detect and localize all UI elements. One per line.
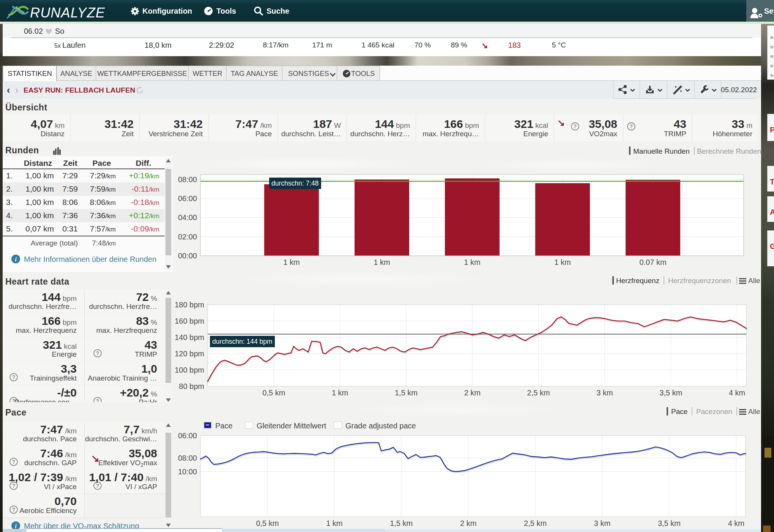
svg-text:1,5 km: 1,5 km — [390, 519, 413, 527]
svg-text:00:00: 00:00 — [178, 252, 197, 260]
svg-text:180 bpm: 180 bpm — [175, 301, 204, 309]
svg-text:08:00: 08:00 — [178, 454, 197, 462]
svg-text:?: ? — [96, 398, 99, 402]
svg-text:06:00: 06:00 — [178, 431, 197, 440]
svg-text:i: i — [15, 256, 17, 263]
svg-text:2 km: 2 km — [460, 519, 476, 527]
svg-text:3,5 km: 3,5 km — [658, 519, 681, 527]
svg-text:2,5 km: 2,5 km — [527, 389, 550, 397]
svg-text:4 km: 4 km — [728, 519, 744, 527]
svg-text:0,5 km: 0,5 km — [262, 389, 285, 397]
svg-text:?: ? — [12, 459, 16, 465]
svg-text:06:00: 06:00 — [178, 194, 197, 203]
svg-text:160 bpm: 160 bpm — [175, 317, 204, 325]
svg-text:1 km: 1 km — [464, 258, 480, 266]
svg-text:80 bpm: 80 bpm — [179, 382, 204, 390]
svg-text:140 bpm: 140 bpm — [175, 333, 204, 342]
svg-text:?: ? — [12, 507, 16, 513]
svg-text:2 km: 2 km — [464, 389, 481, 397]
svg-text:1 km: 1 km — [283, 258, 300, 266]
svg-text:100 bpm: 100 bpm — [175, 366, 204, 374]
svg-text:0.07 km: 0.07 km — [639, 258, 666, 266]
svg-text:1,5 km: 1,5 km — [395, 389, 418, 397]
svg-text:1 km: 1 km — [374, 258, 390, 266]
svg-text:?: ? — [630, 123, 633, 129]
svg-text:?: ? — [96, 350, 99, 356]
svg-text:?: ? — [574, 123, 577, 129]
svg-text:1 km: 1 km — [332, 389, 348, 397]
svg-text:120 bpm: 120 bpm — [175, 349, 204, 358]
svg-text:3,5 km: 3,5 km — [659, 389, 682, 397]
svg-text:02:00: 02:00 — [178, 233, 197, 241]
svg-text:3 km: 3 km — [594, 519, 610, 527]
svg-text:0,5 km: 0,5 km — [256, 519, 279, 527]
svg-text:10:00: 10:00 — [178, 467, 197, 476]
svg-text:08:00: 08:00 — [178, 175, 197, 184]
svg-text:?: ? — [12, 374, 16, 380]
svg-text:4 km: 4 km — [729, 389, 745, 397]
svg-text:2,5 km: 2,5 km — [524, 519, 547, 527]
svg-text:1 km: 1 km — [554, 258, 571, 266]
svg-text:04:00: 04:00 — [178, 213, 197, 222]
svg-text:3 km: 3 km — [596, 389, 613, 397]
svg-text:1 km: 1 km — [326, 519, 342, 527]
